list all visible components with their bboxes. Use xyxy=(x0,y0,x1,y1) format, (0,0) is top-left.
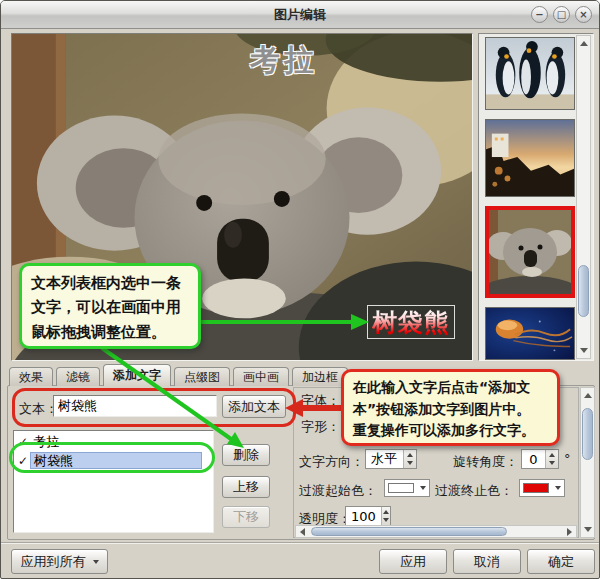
close-button[interactable]: × xyxy=(575,6,592,23)
opacity-spinbox[interactable]: 100 xyxy=(345,506,391,526)
spinner-down-icon xyxy=(383,518,389,522)
overlay-text-shudaixiong[interactable]: 树袋熊 xyxy=(367,305,455,339)
red-callout-tooltip: 在此输入文字后点击“添加文 本”按钮添加文字到图片中。 重复操作可以添加多行文字… xyxy=(341,369,560,446)
direction-select[interactable]: 水平 xyxy=(365,449,417,469)
arrow-left-icon xyxy=(300,528,305,536)
arrow-right-icon xyxy=(567,528,572,536)
rotation-spinbox[interactable]: 0 xyxy=(521,449,559,469)
spinner-up-icon xyxy=(549,453,555,457)
spinner-up-icon xyxy=(407,453,413,457)
spinner-down-icon xyxy=(407,461,413,465)
move-down-button[interactable]: 下移 xyxy=(222,506,270,528)
arrow-down-icon xyxy=(584,527,592,532)
style-label: 字形： xyxy=(301,418,340,436)
move-up-button[interactable]: 上移 xyxy=(222,476,270,498)
dropdown-arrow-icon xyxy=(93,560,99,564)
sunset-image xyxy=(486,120,574,196)
thumbnail-koala-selected[interactable] xyxy=(485,206,575,298)
thumbnail-scrollbar[interactable] xyxy=(576,35,591,359)
window-title: 图片编辑 xyxy=(274,6,326,24)
window-controls: − □ × xyxy=(531,6,592,23)
thumbnail-jellyfish[interactable] xyxy=(485,307,575,360)
thumb-scroll-down-button[interactable] xyxy=(577,344,590,357)
delete-button[interactable]: 删除 xyxy=(222,444,270,466)
horizontal-scrollbar-thumb[interactable] xyxy=(311,527,507,536)
tab-picture-in-picture[interactable]: 画中画 xyxy=(233,367,289,386)
rotation-spinner[interactable] xyxy=(545,450,558,468)
overlay-text-koala[interactable]: 考拉 xyxy=(250,40,318,81)
jellyfish-image xyxy=(486,308,574,359)
tab-effects[interactable]: 效果 xyxy=(9,367,53,386)
gradient-end-label: 过渡终止色： xyxy=(435,482,513,500)
arrow-down-icon xyxy=(580,348,588,353)
penguins-image xyxy=(486,38,574,109)
green-callout-tooltip: 文本列表框内选中一条 文字，可以在画面中用 鼠标拖拽调整位置。 xyxy=(19,263,201,349)
ok-button[interactable]: 确定 xyxy=(527,549,595,574)
spinner-down-icon xyxy=(549,461,555,465)
thumbnail-sunset[interactable] xyxy=(485,119,575,197)
gradient-end-color-picker[interactable] xyxy=(519,479,565,497)
titlebar[interactable]: 图片编辑 − □ × xyxy=(1,1,599,29)
red-color-swatch xyxy=(523,483,549,493)
list-item-shudaixiong-selected[interactable]: ✓ 树袋熊 xyxy=(14,452,213,469)
tab-border[interactable]: 加边框 xyxy=(292,367,348,386)
apply-button[interactable]: 应用 xyxy=(379,549,447,574)
rotation-label: 旋转角度： xyxy=(453,453,518,471)
thumbnail-penguins[interactable] xyxy=(485,37,575,110)
minimize-icon: − xyxy=(535,10,543,20)
vertical-scrollbar[interactable] xyxy=(580,387,595,538)
dropdown-arrow-icon xyxy=(555,486,561,490)
font-label: 字体： xyxy=(301,392,340,410)
spinner-up-icon xyxy=(383,510,389,514)
thumb-scrollbar-thumb[interactable] xyxy=(578,265,589,317)
rotation-unit: ° xyxy=(564,451,571,466)
direction-label: 文字方向： xyxy=(299,453,364,471)
scroll-down-button[interactable] xyxy=(581,523,594,536)
thumbnail-panel xyxy=(478,33,594,361)
koala-thumb-image xyxy=(489,210,571,294)
overlay-text-label: 树袋熊 xyxy=(372,306,450,339)
arrow-up-icon xyxy=(580,41,588,46)
add-text-button[interactable]: 添加文本 xyxy=(222,395,286,418)
arrow-up-icon xyxy=(584,393,592,398)
apply-to-all-button[interactable]: 应用到所有 xyxy=(11,549,108,574)
tab-add-text[interactable]: 添加文字 xyxy=(103,364,171,386)
scroll-right-button[interactable] xyxy=(563,525,576,538)
opacity-spinner[interactable] xyxy=(381,507,390,525)
checkbox-checked-icon[interactable]: ✓ xyxy=(16,435,30,449)
thumb-scroll-up-button[interactable] xyxy=(577,37,590,50)
checkbox-checked-icon[interactable]: ✓ xyxy=(16,454,30,468)
tab-bar: 效果 滤镜 添加文字 点缀图 画中画 加边框 xyxy=(9,365,351,386)
vertical-scrollbar-thumb[interactable] xyxy=(582,408,593,460)
maximize-icon: □ xyxy=(557,10,566,20)
minimize-button[interactable]: − xyxy=(531,6,548,23)
list-item-koala[interactable]: ✓ 考拉 xyxy=(14,433,213,450)
direction-spinner[interactable] xyxy=(403,450,416,468)
text-input[interactable] xyxy=(53,395,217,417)
image-editor-window: 图片编辑 − □ × xyxy=(0,0,600,579)
text-list[interactable]: ✓ 考拉 ✓ 树袋熊 xyxy=(13,430,214,533)
dropdown-arrow-icon xyxy=(420,486,426,490)
scroll-up-button[interactable] xyxy=(581,389,594,402)
gradient-start-label: 过渡起始色： xyxy=(299,482,377,500)
horizontal-scrollbar[interactable] xyxy=(295,525,577,538)
footer-separator xyxy=(1,542,599,544)
close-icon: × xyxy=(579,10,587,20)
tab-decoration[interactable]: 点缀图 xyxy=(174,367,230,386)
tab-filters[interactable]: 滤镜 xyxy=(56,367,100,386)
white-color-swatch xyxy=(388,483,414,493)
scroll-left-button[interactable] xyxy=(296,525,309,538)
cancel-button[interactable]: 取消 xyxy=(453,549,521,574)
gradient-start-color-picker[interactable] xyxy=(384,479,430,497)
maximize-button[interactable]: □ xyxy=(553,6,570,23)
